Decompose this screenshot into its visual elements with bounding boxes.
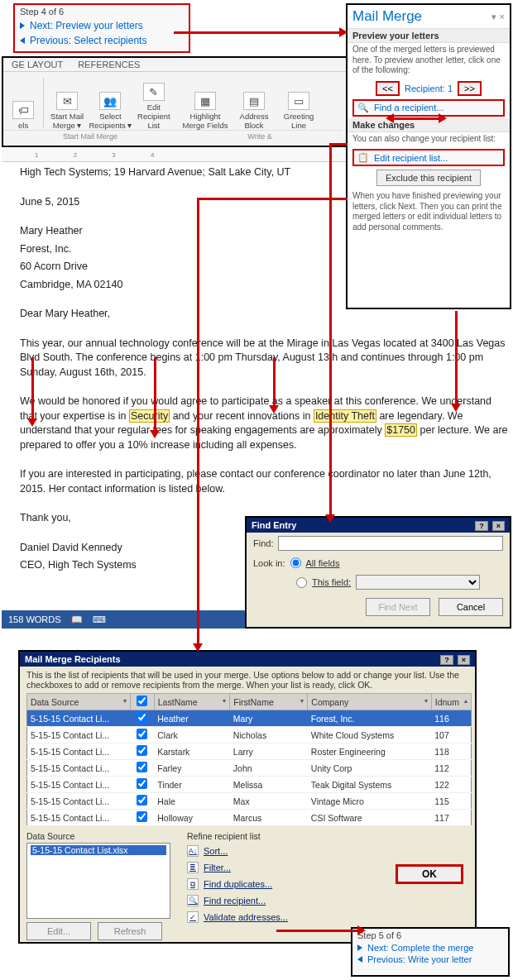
sort-link[interactable]: A↓Sort... [187,843,288,859]
greeting-line-button[interactable]: ▭ Greeting Line [276,92,321,130]
this-field-radio[interactable] [296,577,307,588]
mm-pane-title: Mail Merge [352,8,422,25]
pane-close-icon[interactable]: × [500,12,505,22]
recipients-title: Mail Merge Recipients [25,654,121,664]
select-recipients-button[interactable]: 👥 Select Recipients ▾ [89,92,132,130]
status-bar: 158 WORDS 📖 ⌨ [2,610,250,629]
select-recipients-icon: 👥 [99,92,121,110]
table-row[interactable]: 5-15-15 Contact Li...HeatherMaryForest, … [27,710,472,727]
row-checkbox[interactable] [137,811,147,822]
dialog-help-icon[interactable]: ? [475,521,488,531]
status-reading-icon[interactable]: 📖 [71,614,83,625]
row-checkbox[interactable] [137,762,147,772]
recipient-navigator: << Recipient: 1 >> [348,79,510,98]
preview-body-text: One of the merged letters is previewed h… [348,43,510,79]
status-keyboard-icon[interactable]: ⌨ [93,614,106,625]
recipients-intro: This is the list of recipients that will… [20,667,475,693]
row-checkbox[interactable] [137,712,147,723]
arrow-left-icon [357,956,362,963]
next-recipient-button[interactable]: >> [458,81,482,96]
table-row[interactable]: 5-15-15 Contact Li...HaleMaxVintage Micr… [27,793,472,810]
ribbon-group-write: Write & [177,130,343,141]
exclude-recipient-button[interactable]: Exclude this recipient [376,170,481,186]
this-field-select[interactable] [356,575,480,590]
labels-button[interactable]: 🏷 els [5,101,41,130]
step4-prev-link[interactable]: Previous: Select recipients [20,33,184,48]
tab-references[interactable]: REFERENCES [78,60,140,69]
select-recipients-text: Select Recipients ▾ [89,112,132,130]
col-company[interactable]: Company▾ [308,694,431,710]
address-block-button[interactable]: ▤ Address Block [232,92,276,130]
table-row[interactable]: 5-15-15 Contact Li...ClarkNicholasWhite … [27,727,472,743]
edit-recipient-list-label: Edit recipient list... [374,153,448,163]
annotation-arrow-head [339,27,348,37]
filter-link[interactable]: ≣Filter... [187,859,288,876]
find-recipient-link[interactable]: 🔍Find recipient... [187,892,288,909]
this-field-label: This field: [312,577,351,587]
col-checkbox[interactable] [130,694,154,710]
col-lastname[interactable]: LastName▾ [154,694,230,710]
annotation-arrow-head [27,418,37,427]
edit-source-button[interactable]: Edit... [26,922,91,940]
find-next-button[interactable]: Find Next [366,598,430,616]
row-checkbox[interactable] [137,778,147,789]
find-cancel-button[interactable]: Cancel [439,598,503,616]
edit-recipient-list-button[interactable]: 📋 Edit recipient list... [352,149,505,166]
table-row[interactable]: 5-15-15 Contact Li...KarstarkLarryRoster… [27,743,472,760]
highlight-fields-button[interactable]: ▦ Highlight Merge Fields [179,92,232,130]
refine-label: Refine recipient list [187,831,288,841]
step5-prev-link[interactable]: Previous: Write your letter [357,954,503,965]
labels-icon: 🏷 [12,101,34,119]
recipients-ok-button[interactable]: OK [396,864,463,884]
status-word-count[interactable]: 158 WORDS [8,614,61,624]
find-entry-dialog: Find Entry ? × Find: Look in: All fields… [245,516,511,629]
annotation-arrow-head [269,405,279,414]
annotation-arrow [154,357,156,432]
row-checkbox[interactable] [137,795,147,806]
refresh-source-button[interactable]: Refresh [98,922,162,940]
table-row[interactable]: 5-15-15 Contact Li...HollowayMarcusCSI S… [27,810,472,826]
find-input[interactable] [278,536,503,551]
tab-page-layout[interactable]: GE LAYOUT [12,60,63,69]
annotation-arrow [329,143,348,146]
start-mail-merge-text: Start Mail Merge ▾ [46,112,89,130]
pane-dropdown-icon[interactable]: ▾ [491,12,496,22]
col-firstname[interactable]: FirstName▾ [230,694,308,710]
col-idnum[interactable]: Idnum▴ [431,694,471,710]
row-checkbox[interactable] [137,729,147,739]
table-row[interactable]: 5-15-15 Contact Li...FarleyJohnUnity Cor… [27,760,472,777]
table-row[interactable]: 5-15-15 Contact Li...TinderMelissaTeak D… [27,777,472,793]
annotation-arrow-head [325,514,335,523]
data-source-item[interactable]: 5-15-15 Contact List.xlsx [31,845,166,855]
row-checkbox[interactable] [137,745,147,756]
dialog-close-icon[interactable]: × [458,655,470,665]
edit-recipient-list-ribbon-button[interactable]: ✎ Edit Recipient List [132,83,175,130]
find-recipient-button[interactable]: 🔍 Find a recipient... [352,99,505,117]
header-checkbox[interactable] [137,696,147,706]
annotation-arrow-head [150,430,160,438]
find-duplicates-link[interactable]: ⧉Find duplicates... [187,876,288,892]
dialog-help-icon[interactable]: ? [440,655,453,665]
col-data-source[interactable]: Data Source▾ [27,694,131,710]
prev-recipient-button[interactable]: << [376,81,400,96]
annotation-arrow-head [439,113,447,123]
step4-prev-text: Previous: Select recipients [30,35,146,46]
dialog-close-icon[interactable]: × [492,521,505,531]
annotation-arrow [197,198,348,200]
all-fields-radio[interactable] [290,557,301,568]
edit-recipient-list-ribbon-text: Edit Recipient List [132,103,175,130]
start-mail-merge-button[interactable]: ✉ Start Mail Merge ▾ [46,92,89,130]
sort-icon: A↓ [187,845,199,857]
data-source-listbox[interactable]: 5-15-15 Contact List.xlsx [26,843,170,919]
annotation-arrow-head [193,643,203,652]
step4-next-link[interactable]: Next: Preview your letters [20,18,184,33]
step5-next-link[interactable]: Next: Complete the merge [357,942,503,954]
doc-p2: We would be honored if you would agree t… [20,394,508,452]
highlight-icon: ▦ [194,92,216,110]
validate-addresses-link[interactable]: ✓Validate addresses... [187,909,288,925]
ribbon: GE LAYOUT REFERENCES 🏷 els ✉ Start Mail … [2,56,349,147]
step4-label: Step 4 of 6 [20,7,184,18]
address-block-icon: ▤ [243,92,265,110]
annotation-arrow [455,311,458,405]
find-entry-title: Find Entry [252,520,296,530]
